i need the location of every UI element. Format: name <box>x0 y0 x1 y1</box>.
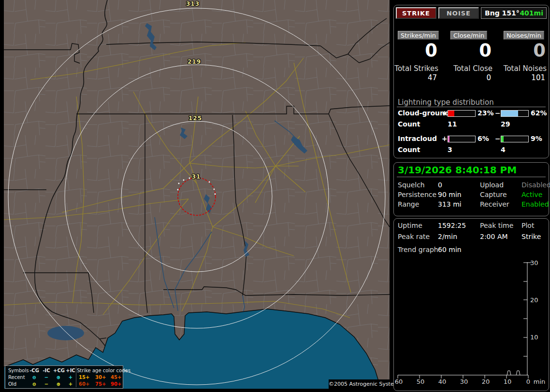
plus-sign: + <box>442 109 448 117</box>
cg-plus-bar <box>448 110 476 117</box>
legend-symbols-label: Symbols <box>8 367 29 374</box>
squelch-row: Squelch 0 Upload Disabled <box>394 181 549 191</box>
age-30-label: 30+ <box>95 374 110 380</box>
persistence-row: Persistence 90 min Capture Active <box>394 191 549 200</box>
cg-minus-bar-fill <box>501 111 518 116</box>
bearing-value: Bng 151° <box>485 8 520 18</box>
legend-age-title: Strike age color codes <box>77 367 130 374</box>
pos-ic-recent-icon: + <box>65 374 76 380</box>
total-close-label: Total Close <box>453 64 492 73</box>
range-ring-label-219: 219 <box>188 58 201 65</box>
minus-sign: − <box>495 109 501 117</box>
age-60-label: 60+ <box>79 381 93 387</box>
strikes-per-min-label: Strikes/min <box>398 31 439 40</box>
close-per-min-column: Close/min 0 Total Close 0 <box>450 30 492 84</box>
cg-plus-percent: 23% <box>478 109 494 117</box>
range-ring-label-125: 125 <box>188 115 202 122</box>
noises-per-min-column: Noises/min 0 Total Noises 101 <box>504 30 547 84</box>
capture-status: Active <box>521 191 542 198</box>
x-tick-60: 60 <box>395 378 403 385</box>
neg-ic-old-icon: − <box>41 381 52 387</box>
x-tick-50: 50 <box>417 378 425 385</box>
total-noises-value: 101 <box>531 73 545 82</box>
y-tick-10: 10 <box>530 334 538 341</box>
legend-recent-label: Recent <box>8 374 25 380</box>
map-legend: Symbols -CG -IC +CG +IC Strike age color… <box>5 365 123 389</box>
x-axis-unit: min <box>534 378 546 385</box>
ic-minus-bar <box>501 136 529 142</box>
cloud-ground-count-row: Count 11 29 <box>394 120 549 128</box>
range-label: Range <box>398 200 419 208</box>
age-45-label: 45+ <box>111 374 125 380</box>
range-value: 313 mi <box>438 200 462 208</box>
ic-plus-bar-fill <box>448 136 449 142</box>
lightning-map[interactable]: 313 219 125 31 Symbols -CG -IC +CG +IC S… <box>4 0 390 389</box>
ic-plus-count: 3 <box>448 146 452 154</box>
total-noises-label: Total Noises <box>504 64 547 73</box>
cloud-ground-row: Cloud-ground + 23% − 62% <box>394 109 549 118</box>
squelch-value: 0 <box>438 181 442 189</box>
cg-minus-count: 29 <box>501 120 510 128</box>
persistence-label: Persistence <box>398 191 436 198</box>
neg-cg-recent-icon: ⊖ <box>29 374 40 380</box>
legend-col-pos-cg: +CG <box>53 367 64 374</box>
nexstorm-app: 313 219 125 31 Symbols -CG -IC +CG +IC S… <box>0 0 550 392</box>
x-tick-10: 10 <box>504 378 512 385</box>
range-ring-label-313: 313 <box>186 0 200 7</box>
divider <box>397 107 546 107</box>
distribution-title: Lightning type distribution <box>398 98 494 107</box>
ic-minus-percent: 9% <box>531 135 542 142</box>
datetime-display: 3/19/2026 8:40:18 PM <box>398 164 517 176</box>
y-tick-20: 20 <box>530 296 538 304</box>
total-close-value: 0 <box>486 73 491 82</box>
age-75-label: 75+ <box>95 381 110 387</box>
count-label: Count <box>398 120 420 128</box>
cg-minus-bar <box>501 110 529 117</box>
legend-col-neg-cg: -CG <box>29 367 40 374</box>
trend-graph-plot <box>394 219 549 391</box>
legend-col-pos-ic: +IC <box>65 367 76 374</box>
legend-col-neg-ic: -IC <box>41 367 52 374</box>
range-ring-label-31: 31 <box>192 173 201 180</box>
x-tick-30: 30 <box>460 378 468 385</box>
pos-cg-recent-icon: ⊕ <box>53 374 64 380</box>
ic-plus-bar <box>448 136 476 142</box>
age-15-label: 15+ <box>79 374 93 380</box>
strike-mode-button[interactable]: STRIKE <box>396 7 436 19</box>
neg-cg-old-icon: ⊖ <box>29 381 40 387</box>
age-90-label: 90+ <box>111 381 125 387</box>
close-per-min-label: Close/min <box>450 31 487 40</box>
receiver-label: Receiver <box>480 200 509 208</box>
close-per-min-value: 0 <box>479 40 492 61</box>
count-label: Count <box>398 146 420 154</box>
noise-mode-button[interactable]: NOISE <box>438 7 479 19</box>
receiver-status: Enabled <box>521 200 549 208</box>
upload-status: Disabled <box>521 181 550 189</box>
neg-ic-recent-icon: − <box>41 374 52 380</box>
total-strikes-label: Total Strikes <box>394 64 438 73</box>
divider <box>397 177 546 177</box>
pos-ic-old-icon: + <box>65 381 76 387</box>
range-row: Range 313 mi Receiver Enabled <box>394 200 549 210</box>
capture-label: Capture <box>480 191 507 198</box>
x-tick-40: 40 <box>438 378 447 385</box>
total-strikes-value: 47 <box>428 73 437 82</box>
plus-sign: + <box>442 135 448 142</box>
cg-plus-bar-fill <box>448 111 454 116</box>
strike-stats-panel: STRIKE NOISE Bng 151° 401mi Strikes/min … <box>393 5 549 158</box>
trend-panel: Uptime 1592:25 Peak time Plot Peak rate … <box>393 218 549 391</box>
bearing-distance-display: Bng 151° 401mi <box>481 7 547 19</box>
strikes-per-min-column: Strikes/min 0 Total Strikes 47 <box>398 30 438 84</box>
noises-per-min-value: 0 <box>533 40 546 61</box>
intracloud-row: Intracloud + 6% − 9% <box>394 135 549 143</box>
copyright-attribution: ©2005 Astrogenic Systems <box>329 379 390 389</box>
upload-label: Upload <box>480 181 504 189</box>
persistence-value: 90 min <box>438 191 462 198</box>
status-panel: 3/19/2026 8:40:18 PM Squelch 0 Upload Di… <box>393 162 549 216</box>
ic-plus-percent: 6% <box>478 135 489 142</box>
cg-plus-count: 11 <box>448 120 457 128</box>
y-tick-30: 30 <box>530 259 538 266</box>
intracloud-label: Intracloud <box>398 135 437 142</box>
legend-old-label: Old <box>8 381 16 387</box>
intracloud-count-row: Count 3 4 <box>394 146 549 154</box>
